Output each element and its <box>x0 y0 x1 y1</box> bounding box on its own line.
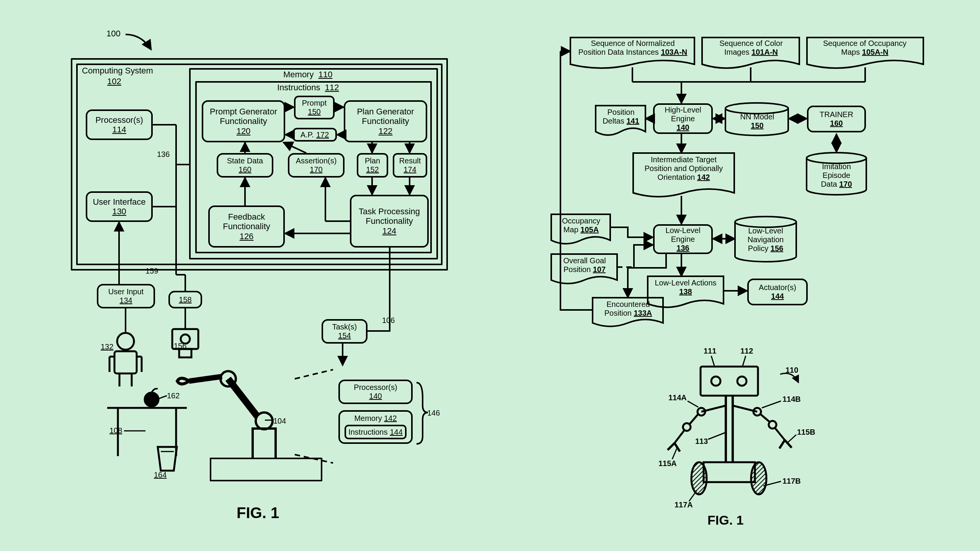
svg-line-93 <box>689 491 697 501</box>
computing-system-num: 102 <box>107 77 121 86</box>
svg-line-89 <box>762 401 781 408</box>
svg-point-39 <box>145 393 158 406</box>
tk-num: 154 <box>338 331 351 340</box>
svg-line-40 <box>158 396 167 399</box>
tk-title: Task(s) <box>332 323 357 331</box>
svg-line-46 <box>295 370 333 379</box>
svg-point-67 <box>735 217 796 227</box>
svg-line-79 <box>689 414 698 425</box>
ref-114B: 114B <box>782 395 801 404</box>
ref-111: 111 <box>704 347 716 355</box>
processors-box: Processor(s) 114 <box>86 109 153 140</box>
fig-1-right: FIG. 1 <box>707 513 743 528</box>
nn-model-text: NN Model150 <box>733 112 781 130</box>
user-interface-box: User Interface 130 <box>86 191 153 222</box>
ref-146: 146 <box>427 409 440 417</box>
pos-deltas-text: Position Deltas 141 <box>599 108 642 126</box>
ref-114A: 114A <box>668 393 687 402</box>
trainer-box: TRAINER 160 <box>807 106 866 132</box>
task-proc-box: Task Processing Functionality 124 <box>350 195 429 248</box>
svg-rect-73 <box>704 462 755 482</box>
svg-point-44 <box>220 371 236 386</box>
ref-156: 156 <box>174 342 186 350</box>
svg-line-77 <box>701 406 726 412</box>
robot-arm-icon <box>177 371 276 458</box>
ref-113: 113 <box>695 437 708 446</box>
robot-instr-box: Instructions 144 <box>345 425 407 439</box>
ref-136: 136 <box>157 150 170 159</box>
plan-num: 152 <box>366 165 379 174</box>
tp-title: Task Processing Functionality <box>354 207 424 226</box>
ref-132: 132 <box>101 342 113 351</box>
svg-rect-68 <box>701 367 758 396</box>
svg-point-65 <box>725 103 788 114</box>
ref-104: 104 <box>273 417 286 425</box>
svg-point-83 <box>769 421 776 429</box>
svg-point-74 <box>691 462 707 494</box>
hl-num: 140 <box>676 123 689 132</box>
prompt-title: Prompt <box>302 99 327 108</box>
robot-proc-box: Processor(s) 140 <box>338 380 413 404</box>
rp-num: 140 <box>369 392 382 401</box>
svg-line-84 <box>760 414 770 422</box>
rp-title: Processor(s) <box>354 383 397 392</box>
ll-title: Low-Level Engine <box>658 226 708 244</box>
ref-158-box: 158 <box>168 291 202 308</box>
prompt-gen-box: Prompt Generator Functionality 120 <box>202 100 285 142</box>
tr-title: TRAINER <box>820 110 853 119</box>
svg-point-66 <box>807 153 866 163</box>
robot-icon <box>668 367 792 494</box>
processors-num: 114 <box>112 125 126 134</box>
assertions-box: Assertion(s) 170 <box>288 153 345 178</box>
svg-line-85 <box>775 428 785 440</box>
instructions-title: Instructions 112 <box>277 83 339 93</box>
rm-num: 142 <box>384 414 397 422</box>
fb-num: 126 <box>240 231 254 241</box>
act-title: Actuator(s) <box>759 283 796 292</box>
ap-num: 172 <box>316 130 329 139</box>
ref-117A: 117A <box>675 500 693 509</box>
svg-line-91 <box>672 448 677 459</box>
as-num: 170 <box>310 165 322 174</box>
plan-title: Plan <box>365 156 380 165</box>
ref-115B: 115B <box>797 428 815 437</box>
svg-point-81 <box>753 408 761 416</box>
state-data-box: State Data 160 <box>217 153 273 178</box>
low-level-box: Low-Level Engine 136 <box>653 224 713 254</box>
ref-115A: 115A <box>658 459 677 468</box>
svg-line-82 <box>733 406 757 412</box>
svg-rect-26 <box>114 351 137 373</box>
plan-box: Plan 152 <box>357 153 388 178</box>
ref-162: 162 <box>167 391 180 400</box>
ref-112: 112 <box>740 347 753 355</box>
seq-color-text: Sequence of Color Images 101A-N <box>707 39 795 57</box>
hl-title: High-Level Engine <box>658 106 708 123</box>
robot-base <box>210 458 322 481</box>
svg-line-86 <box>711 356 714 366</box>
ui-num: 130 <box>112 207 126 216</box>
fig-1-left: FIG. 1 <box>237 504 279 522</box>
intermediate-text: Intermediate Target Position and Optiona… <box>638 155 730 182</box>
overall-goal-text: Overall Goal Position 107 <box>555 256 614 274</box>
act-num: 144 <box>771 292 784 301</box>
plan-gen-box: Plan Generator Functionality 122 <box>344 100 427 142</box>
rm-label: Memory <box>354 414 382 422</box>
tasks-box: Task(s) 154 <box>322 319 368 344</box>
ap-box: A.P. 172 <box>292 128 337 142</box>
nav-policy-text: Low-Level Navigation Policy 156 <box>742 227 789 253</box>
plg-title: Plan Generator Functionality <box>348 107 423 126</box>
ref-158: 158 <box>179 295 191 304</box>
ref-106: 106 <box>382 316 395 325</box>
memory-title: Memory 110 <box>283 70 332 80</box>
svg-point-70 <box>737 377 746 386</box>
prompt-box: Prompt 150 <box>294 96 335 119</box>
occ-map-text: Occupancy Map 105A <box>555 217 607 234</box>
svg-point-75 <box>751 462 766 494</box>
svg-line-88 <box>688 401 698 407</box>
svg-point-25 <box>117 333 134 350</box>
person-icon <box>109 333 142 386</box>
svg-point-42 <box>256 412 273 429</box>
processors-title: Processor(s) <box>95 115 143 125</box>
ref-164: 164 <box>154 471 167 479</box>
canvas: Computing System 102 100 Processor(s) 11… <box>0 0 980 551</box>
